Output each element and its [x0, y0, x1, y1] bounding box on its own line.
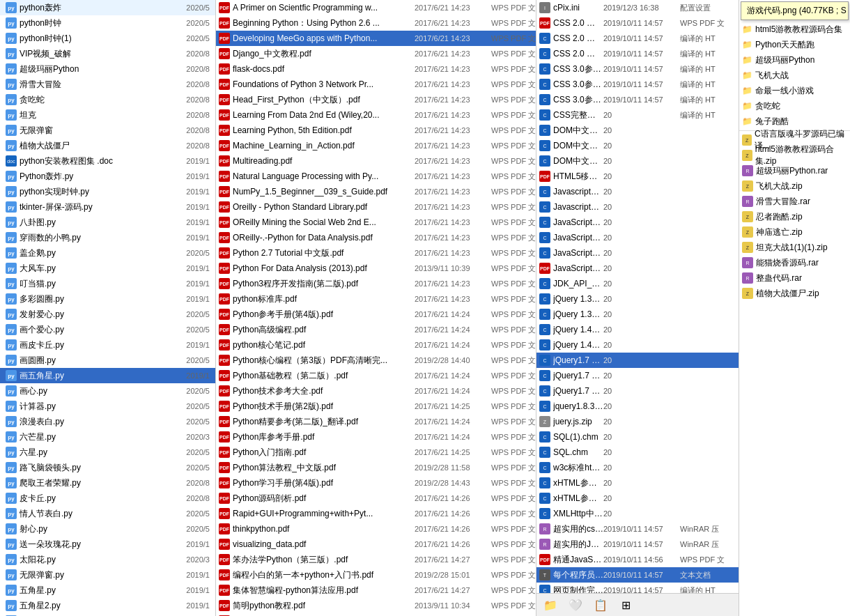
middle-file-row[interactable]: PDFthinkpython.pdf2017/6/21 14:26WPS PDF… — [216, 521, 536, 537]
middle-file-row[interactable]: PDFNumPy_1.5_Beginner__039_s_Guide.pdf20… — [216, 184, 536, 199]
right-file-row[interactable]: CjQuery 1.3参考手册.chm20 — [536, 307, 739, 322]
middle-file-row[interactable]: PDFpython标准库.pdf2017/6/21 14:23WPS PDF 文 — [216, 291, 536, 307]
left-file-item[interactable]: py五角星.py2019/1 — [0, 583, 215, 598]
left-file-item[interactable]: py盖企鹅.py2020/5 — [0, 245, 215, 261]
right-file-row[interactable]: CjQuery 1.4参考手册.CHM20 — [536, 337, 739, 353]
left-file-item[interactable]: py爬取王者荣耀.py2020/8 — [0, 475, 215, 491]
right-file-row[interactable]: CjQuery 1.4参考手册(1).CHM20 — [536, 322, 739, 337]
grid-icon[interactable]: ⊞ — [617, 596, 634, 613]
middle-file-row[interactable]: PDF编程小白的第一本+python+入门书.pdf2019/2/28 15:0… — [216, 567, 536, 583]
middle-file-row[interactable]: PDFPython高级编程.pdf2017/6/21 14:24WPS PDF … — [216, 322, 536, 337]
right-file-row[interactable]: CCSS 2.0 中文手册.chm2019/10/11 14:57编译的 HT — [536, 46, 739, 61]
folder-item[interactable]: 📁贪吃蛇 — [739, 98, 850, 114]
zip-item[interactable]: Z坦克大战1(1)(1).zip — [739, 240, 850, 255]
right-file-row[interactable]: CjQuery1.7 中文手册.chm20 — [536, 383, 739, 399]
middle-file-row[interactable]: PDFPython学习手册(第4版).pdf2019/2/28 14:43WPS… — [216, 475, 536, 491]
left-file-item[interactable]: py无限弹窗.py2019/1 — [0, 567, 215, 583]
zip-item[interactable]: Z植物大战僵尸.zip — [739, 286, 850, 301]
right-file-row[interactable]: R超实用的JavaSScript代码.rar2019/10/11 14:57Wi… — [536, 537, 739, 552]
middle-file-row[interactable]: PDFLearning Python, 5th Edition.pdf2017/… — [216, 123, 536, 138]
right-file-row[interactable]: CCSS完整参考手册.chm20编译的 HT — [536, 107, 739, 123]
favorite-icon[interactable]: 🤍 — [567, 596, 584, 613]
left-file-item[interactable]: py路飞脑袋顿头.py2020/5 — [0, 460, 215, 475]
right-file-row[interactable]: PDF精通JavaScript(图灵计算机科学丛书).pdf2019/10/11… — [536, 552, 739, 567]
zip-item[interactable]: Z忍者跑酷.zip — [739, 209, 850, 224]
folder-item[interactable]: 📁飞机大战 — [739, 68, 850, 83]
folder-item[interactable]: 📁命最一线小游戏 — [739, 83, 850, 98]
left-file-item[interactable]: py大风车.py2019/1 — [0, 261, 215, 276]
middle-file-row[interactable]: PDFFoundations of Python 3 Network Pr...… — [216, 77, 536, 92]
left-file-item[interactable]: pypython时钟2020/5 — [0, 15, 215, 31]
zip-item[interactable]: R滑雪大冒险.rar — [739, 194, 850, 209]
middle-file-row[interactable]: PDFBeginning Python：Using Python 2.6 ...… — [216, 15, 536, 31]
right-file-row[interactable]: CJavascript参考手册(1).chm20 — [536, 184, 739, 199]
folder-item[interactable]: 📁兔子跑酷 — [739, 114, 850, 129]
right-file-row[interactable]: Zjuery.js.zip20 — [536, 414, 739, 429]
middle-file-row[interactable]: PDFA Primer on Scientfic Programming w..… — [216, 0, 536, 15]
left-file-item[interactable]: py计算器.py2020/5 — [0, 399, 215, 414]
left-file-item[interactable]: py多彩圆圈.py2019/1 — [0, 291, 215, 307]
right-file-row[interactable]: CxHTML参考手册.chm20 — [536, 491, 739, 506]
middle-file-row[interactable]: PDF用Python进行自然语言处理.pdf2013/4/13 10:39WPS… — [216, 613, 536, 616]
right-file-row[interactable]: CJavascript参考手册.chm20 — [536, 199, 739, 215]
folder-item[interactable]: 📁html5游教教程源码合集 — [739, 22, 850, 37]
copy-icon[interactable]: 📋 — [592, 596, 609, 613]
left-file-item[interactable]: py画五角星.py2019/1 — [0, 368, 215, 383]
right-file-row[interactable]: IcPix.ini2019/12/3 16:38配置设置 — [536, 0, 739, 15]
right-file-row[interactable]: CCSS 3.0参考手册(1).chm2019/10/11 14:57编译的 H… — [536, 61, 739, 77]
middle-file-row[interactable]: PDFMultireading.pdf2017/6/21 14:23WPS PD… — [216, 153, 536, 169]
left-file-item[interactable]: py坦克2020/8 — [0, 107, 215, 123]
middle-file-row[interactable]: PDFvisualizing_data.pdf2017/6/21 14:26WP… — [216, 537, 536, 552]
left-file-item[interactable]: pyPython轰炸.py2019/1 — [0, 169, 215, 184]
left-file-item[interactable]: py滑雪大冒险2020/8 — [0, 77, 215, 92]
right-file-row[interactable]: CJDK_API_1_6_zh_CN手册.CHM20 — [536, 276, 739, 291]
middle-file-row[interactable]: PDFNatural Language Processing with Py..… — [216, 169, 536, 184]
middle-file-row[interactable]: PDFOReilly-.-Python for Data Analysis.pd… — [216, 230, 536, 245]
left-file-item[interactable]: py画皮卡丘.py2019/1 — [0, 337, 215, 353]
left-file-item[interactable]: py超级玛丽Python2020/8 — [0, 61, 215, 77]
left-file-item[interactable]: py画个爱心.py2020/5 — [0, 322, 215, 337]
right-file-row[interactable]: PDFJavaScript描述面试题.pdf20 — [536, 261, 739, 276]
right-file-row[interactable]: CXMLHttp中文参考手册.chm20 — [536, 506, 739, 521]
left-file-item[interactable]: py叮当猫.py2019/1 — [0, 276, 215, 291]
left-file-item[interactable]: py无限弹窗2020/8 — [0, 123, 215, 138]
folder-item[interactable]: 📁超级玛丽Python — [739, 52, 850, 68]
left-file-item[interactable]: pypython轰炸2020/5 — [0, 0, 215, 15]
right-file-row[interactable]: CjQuery1.7 中文手册(2).chm20 — [536, 368, 739, 383]
left-file-item[interactable]: py六星.py2020/5 — [0, 445, 215, 460]
left-file-item[interactable]: py太阳花.py2020/3 — [0, 552, 215, 567]
right-file-row[interactable]: CJavaScript核心参考手册(2).chm20 — [536, 230, 739, 245]
middle-file-row[interactable]: PDFOReilly Mining the Social Web 2nd E..… — [216, 215, 536, 230]
left-file-item[interactable]: py向日葵.py2020/8 — [0, 613, 215, 616]
right-file-row[interactable]: CDOM中文手册.chm20 — [536, 153, 739, 169]
middle-file-row[interactable]: PDFPython入门指南.pdf2017/6/21 14:25WPS PDF … — [216, 445, 536, 460]
middle-file-row[interactable]: PDFDeveloping MeeGo apps with Python...2… — [216, 31, 536, 46]
left-file-item[interactable]: py发射爱心.py2020/5 — [0, 307, 215, 322]
right-file-row[interactable]: CjQuery 1.3参考手册(1).chm20 — [536, 291, 739, 307]
middle-file-row[interactable]: PDFpython核心笔记.pdf2017/6/21 14:24WPS PDF … — [216, 337, 536, 353]
middle-file-row[interactable]: PDFPython 2.7 Tutorial 中文版.pdf2017/6/21 … — [216, 245, 536, 261]
right-file-row[interactable]: R超实用的css代码.rar2019/10/11 14:57WinRAR 压 — [536, 521, 739, 537]
right-file-row[interactable]: CCSS 2.0 中文手册(2).chm2019/10/11 14:57编译的 … — [536, 31, 739, 46]
left-file-item[interactable]: py画圆圈.py2020/5 — [0, 353, 215, 368]
middle-file-row[interactable]: PDFPython For Data Analysis (2013).pdf20… — [216, 261, 536, 276]
left-file-item[interactable]: py植物大战僵尸2020/8 — [0, 138, 215, 153]
right-file-row[interactable]: CJavaScript核心参考手册.chm20 — [536, 245, 739, 261]
zip-item[interactable]: Zhtml5游教教程源码合集.zip — [739, 148, 850, 163]
middle-file-row[interactable]: PDFPython基础教程（第二版）.pdf2017/6/21 14:24WPS… — [216, 368, 536, 383]
middle-file-row[interactable]: PDF集体智慧编程-python算法应用.pdf2017/6/21 14:27W… — [216, 583, 536, 598]
middle-file-row[interactable]: PDFPython参考手册(第4版).pdf2017/6/21 14:24WPS… — [216, 307, 536, 322]
left-file-item[interactable]: py穿雨数的小鸭.py2019/1 — [0, 230, 215, 245]
folder-item[interactable]: 📁Python天天酷跑 — [739, 37, 850, 52]
middle-file-row[interactable]: PDF简明python教程.pdf2013/9/11 10:34WPS PDF … — [216, 598, 536, 613]
right-file-row[interactable]: T每个程序员都会的35种小技巧.txt2019/10/11 14:57文本文档 — [536, 567, 739, 583]
right-file-row[interactable]: CjQuery1.7 中文手册(1).chm20 — [536, 353, 739, 368]
left-file-item[interactable]: pyVIP视频_破解2020/8 — [0, 46, 215, 61]
left-file-item[interactable]: py六芒星.py2020/3 — [0, 429, 215, 445]
left-file-item[interactable]: py情人节表白.py2020/5 — [0, 506, 215, 521]
right-file-row[interactable]: CCSS 3.0参考手册(2).chm2019/10/11 14:57编译的 H… — [536, 77, 739, 92]
middle-file-row[interactable]: PDFOreilly - Python Standard Library.pdf… — [216, 199, 536, 215]
right-file-row[interactable]: Cw3c标准html5手册.chm20 — [536, 460, 739, 475]
right-file-row[interactable]: CSQL.chm20 — [536, 445, 739, 460]
right-file-row[interactable]: PDFCSS 2.0 中文手册(1).pdf2019/10/11 14:57WP… — [536, 15, 739, 31]
